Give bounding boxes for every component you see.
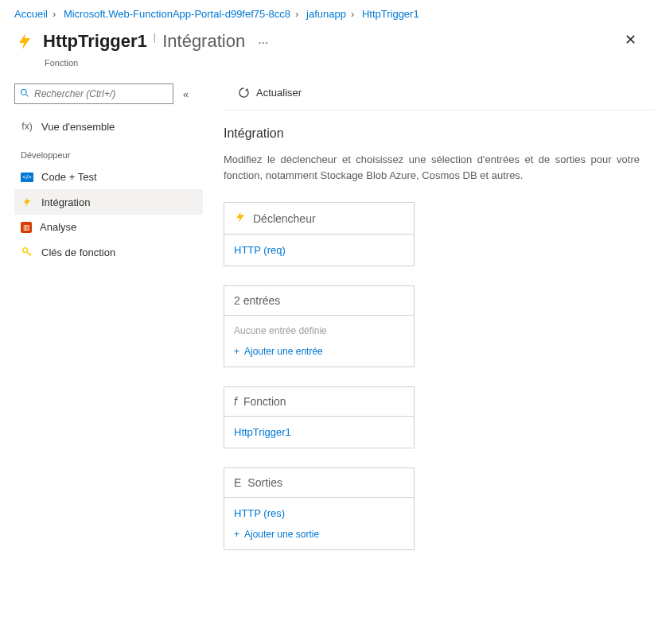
section-description: Modifiez le déclencheur et choisissez un…	[224, 152, 640, 183]
nav-item-label: Analyse	[40, 221, 76, 233]
lightning-icon	[21, 196, 33, 208]
trigger-card-header: Déclencheur	[224, 203, 414, 235]
inputs-card: 2 entrées Aucune entrée définie +Ajouter…	[224, 285, 415, 367]
chevron-right-icon: ›	[295, 8, 298, 20]
integration-section: Intégration Modifiez le déclencheur et c…	[224, 111, 654, 183]
add-input-button[interactable]: +Ajouter une entrée	[234, 346, 404, 357]
svg-line-4	[29, 253, 31, 254]
sidebar: « fx) Vue d'ensemble Développeur </> Cod…	[0, 76, 203, 582]
search-icon	[20, 88, 29, 100]
search-box[interactable]	[14, 83, 173, 104]
nav-item-label: Code + Test	[41, 171, 97, 183]
trigger-link[interactable]: HTTP (req)	[234, 244, 286, 256]
breadcrumb-item-function[interactable]: HttpTrigger1	[362, 8, 419, 20]
chart-icon: ▥	[21, 222, 32, 233]
add-input-label: Ajouter une entrée	[244, 346, 323, 357]
content-pane: Actualiser Intégration Modifiez le décle…	[203, 76, 654, 582]
lightning-icon	[234, 211, 247, 226]
add-output-label: Ajouter une sortie	[244, 529, 319, 540]
breadcrumb-item-home[interactable]: Accueil	[14, 8, 48, 20]
outputs-card-title: Sorties	[247, 476, 282, 489]
refresh-button[interactable]: Actualiser	[233, 83, 306, 102]
breadcrumb-item-portal[interactable]: Microsoft.Web-FunctionApp-Portal-d99fef7…	[64, 8, 290, 20]
outputs-icon: E	[234, 476, 241, 489]
outputs-card: E Sorties HTTP (res) +Ajouter une sortie	[224, 467, 415, 550]
function-link[interactable]: HttpTrigger1	[234, 426, 291, 438]
section-heading: Intégration	[224, 126, 640, 141]
function-icon: f	[234, 395, 237, 408]
resource-kind-label: Fonction	[45, 58, 654, 76]
function-card: f Fonction HttpTrigger1	[224, 386, 415, 448]
toolbar: Actualiser	[224, 76, 654, 111]
outputs-card-header: E Sorties	[224, 468, 414, 498]
key-icon	[21, 246, 33, 258]
nav-item-label: Vue d'ensemble	[41, 121, 115, 133]
trigger-card: Déclencheur HTTP (req)	[224, 202, 415, 266]
nav-item-label: Clés de fonction	[41, 246, 115, 258]
refresh-icon	[238, 87, 250, 99]
plus-icon: +	[234, 346, 239, 357]
plus-icon: +	[234, 529, 239, 540]
inputs-card-title: 2 entrées	[234, 294, 280, 307]
inputs-none-label: Aucune entrée définie	[234, 325, 404, 336]
svg-point-0	[21, 89, 27, 95]
collapse-sidebar-button[interactable]: «	[183, 88, 189, 100]
nav-section-developer: Développeur	[21, 150, 203, 160]
add-output-button[interactable]: +Ajouter une sortie	[234, 529, 404, 540]
page-title: HttpTrigger1	[43, 31, 147, 52]
close-button[interactable]: ✕	[625, 31, 640, 48]
title-separator: |	[154, 31, 156, 43]
nav-item-code-test[interactable]: </> Code + Test	[14, 165, 203, 189]
nav-item-analyse[interactable]: ▥ Analyse	[14, 215, 203, 239]
function-card-header: f Fonction	[224, 387, 414, 417]
chevron-right-icon: ›	[351, 8, 354, 20]
trigger-card-title: Déclencheur	[253, 212, 316, 225]
lightning-icon	[14, 31, 35, 52]
nav-item-overview[interactable]: fx) Vue d'ensemble	[14, 114, 203, 139]
search-input[interactable]	[34, 88, 168, 99]
svg-line-1	[26, 94, 29, 96]
function-card-title: Fonction	[243, 395, 286, 408]
more-button[interactable]: ···	[258, 31, 268, 55]
output-link[interactable]: HTTP (res)	[234, 507, 285, 519]
code-icon: </>	[21, 173, 33, 182]
nav-item-integration[interactable]: Intégration	[14, 189, 203, 215]
breadcrumb: Accueil› Microsoft.Web-FunctionApp-Porta…	[0, 0, 654, 25]
chevron-right-icon: ›	[53, 8, 56, 20]
inputs-card-header: 2 entrées	[224, 286, 414, 316]
nav-item-function-keys[interactable]: Clés de fonction	[14, 239, 203, 265]
fx-icon: fx)	[21, 120, 33, 133]
nav-item-label: Intégration	[41, 196, 90, 208]
page-subtitle: Intégration	[162, 31, 245, 52]
refresh-label: Actualiser	[256, 87, 302, 99]
breadcrumb-item-app[interactable]: jafunapp	[306, 8, 346, 20]
